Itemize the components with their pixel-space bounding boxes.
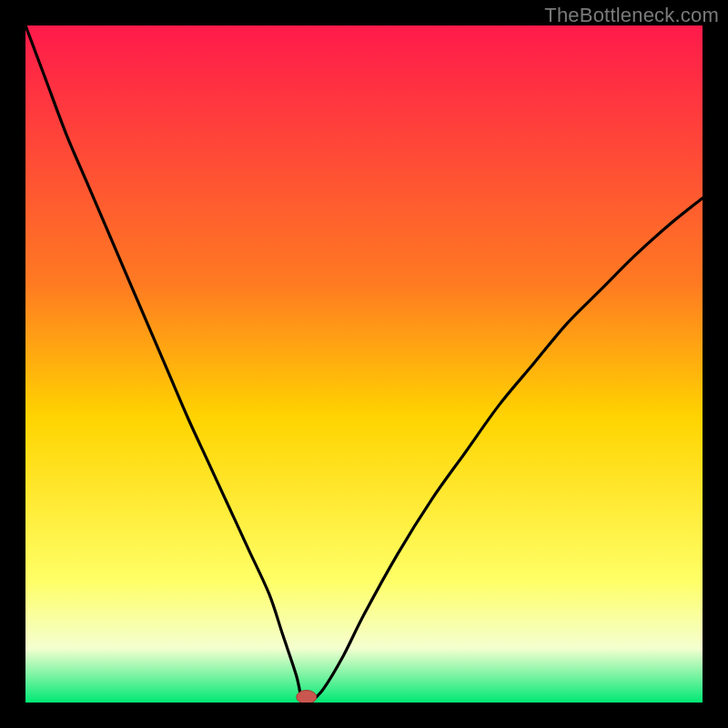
watermark-text: TheBottleneck.com [544, 4, 719, 27]
bottleneck-chart [25, 25, 703, 703]
outer-frame: TheBottleneck.com [0, 0, 728, 728]
gradient-background [25, 25, 703, 703]
optimal-marker [297, 691, 317, 703]
plot-area [25, 25, 703, 703]
